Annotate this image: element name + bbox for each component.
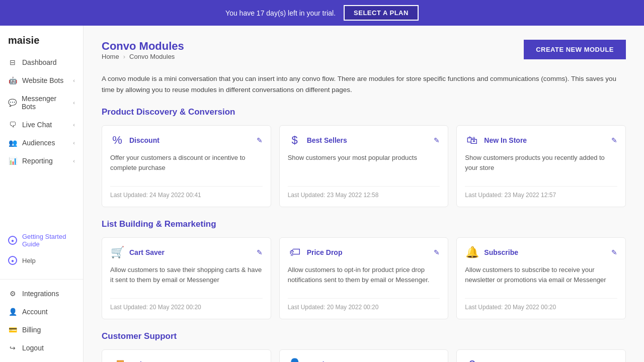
card-icon-cart-saver: 🛒: [110, 246, 124, 259]
breadcrumb-home[interactable]: Home: [102, 53, 119, 60]
card-desc-new-in-store: Show customers products you recently add…: [465, 153, 617, 178]
sidebar-label-live-chat: Live Chat: [22, 121, 52, 129]
card-header-order-status: 🚚 Order Status ✎: [110, 358, 263, 362]
sidebar-item-reporting[interactable]: 📊 Reporting ‹: [0, 152, 83, 170]
sidebar-bottom: ⚙ Integrations 👤 Account 💳 Billing ↪ Log…: [0, 279, 83, 362]
section-list-building: List Building & Remarketing 🛒 Cart Saver…: [102, 219, 626, 319]
section-title-customer-support: Customer Support: [102, 331, 626, 341]
card-header-faq: ? FAQ ✎: [465, 358, 617, 362]
sidebar-item-account[interactable]: 👤 Account: [0, 303, 83, 321]
card-header-price-drop: 🏷 Price Drop ✎: [288, 246, 440, 259]
card-icon-best-sellers: $: [288, 134, 302, 147]
card-updated-discount: Last Updated: 24 May 2022 00:41: [110, 186, 263, 199]
sidebar-item-audiences[interactable]: 👥 Audiences ‹: [0, 134, 83, 152]
card-desc-cart-saver: Allow customers to save their shopping c…: [110, 265, 263, 290]
card-icon-discount: %: [110, 134, 124, 147]
module-card-price-drop[interactable]: 🏷 Price Drop ✎ Allow customers to opt-in…: [279, 237, 449, 319]
module-card-subscribe[interactable]: 🔔 Subscribe ✎ Allow customers to subscri…: [456, 237, 626, 319]
card-icon-price-drop: 🏷: [288, 246, 302, 259]
trial-banner: You have 17 day(s) left in your trial. S…: [0, 0, 644, 26]
sidebar-label-audiences: Audiences: [22, 139, 55, 147]
create-new-module-button[interactable]: CREATE NEW MODULE: [524, 40, 626, 59]
card-header-handover-to-human: 👤 Handover to Human ✎: [288, 358, 440, 362]
card-title-area-new-in-store: 🛍 New In Store: [465, 134, 527, 147]
card-edit-icon-new-in-store[interactable]: ✎: [611, 136, 617, 144]
chevron-icon: ‹: [73, 100, 75, 106]
module-card-best-sellers[interactable]: $ Best Sellers ✎ Show customers your mos…: [279, 125, 449, 207]
module-card-new-in-store[interactable]: 🛍 New In Store ✎ Show customers products…: [456, 125, 626, 207]
card-title-area-price-drop: 🏷 Price Drop: [288, 246, 343, 259]
card-title-area-cart-saver: 🛒 Cart Saver: [110, 246, 165, 259]
sidebar-item-integrations[interactable]: ⚙ Integrations: [0, 285, 83, 303]
sidebar-label-dashboard: Dashboard: [22, 58, 57, 66]
sidebar-item-logout[interactable]: ↪ Logout: [0, 339, 83, 357]
sidebar-label-billing: Billing: [22, 326, 41, 334]
sidebar-item-billing[interactable]: 💳 Billing: [0, 321, 83, 339]
card-title-area-handover-to-human: 👤 Handover to Human: [288, 358, 374, 362]
sidebar-item-live-chat[interactable]: 🗨 Live Chat ‹: [0, 116, 83, 134]
breadcrumb: Home › Convo Modules: [102, 53, 184, 60]
sidebar-item-dashboard[interactable]: ⊟ Dashboard: [0, 53, 83, 71]
reporting-icon: 📊: [8, 157, 17, 165]
cards-grid-list-building: 🛒 Cart Saver ✎ Allow customers to save t…: [102, 237, 626, 319]
card-title-area-best-sellers: $ Best Sellers: [288, 134, 347, 147]
card-updated-cart-saver: Last Updated: 20 May 2022 00:20: [110, 298, 263, 311]
help-label: Help: [22, 257, 36, 264]
help-icon: ●: [8, 256, 17, 265]
card-title-discount: Discount: [129, 136, 159, 144]
card-icon-faq: ?: [465, 358, 479, 362]
sidebar-item-getting-started[interactable]: ● Getting Started Guide: [0, 229, 83, 252]
sidebar-item-website-bots[interactable]: 🤖 Website Bots ‹: [0, 71, 83, 89]
module-card-order-status[interactable]: 🚚 Order Status ✎ Enable customers to che…: [102, 349, 271, 362]
sidebar-label-messenger-bots: Messenger Bots: [22, 95, 68, 111]
breadcrumb-current: Convo Modules: [129, 53, 175, 60]
cards-grid-product-discovery: % Discount ✎ Offer your customers a disc…: [102, 125, 626, 207]
section-title-product-discovery: Product Discovery & Conversion: [102, 107, 626, 117]
main-content: Convo Modules Home › Convo Modules CREAT…: [84, 26, 644, 362]
sidebar-item-help[interactable]: ● Help: [0, 252, 83, 269]
card-updated-price-drop: Last Updated: 20 May 2022 00:20: [288, 298, 440, 311]
dashboard-icon: ⊟: [8, 58, 17, 66]
card-updated-subscribe: Last Updated: 20 May 2022 00:20: [465, 298, 617, 311]
module-card-discount[interactable]: % Discount ✎ Offer your customers a disc…: [102, 125, 271, 207]
sections-container: Product Discovery & Conversion % Discoun…: [102, 107, 626, 362]
card-updated-best-sellers: Last Updated: 23 May 2022 12:58: [288, 186, 440, 199]
breadcrumb-separator: ›: [123, 53, 125, 60]
card-desc-subscribe: Allow customers to subscribe to receive …: [465, 265, 617, 290]
card-edit-icon-best-sellers[interactable]: ✎: [434, 136, 440, 144]
sidebar-label-reporting: Reporting: [22, 157, 53, 165]
module-card-handover-to-human[interactable]: 👤 Handover to Human ✎ Allow customers to…: [279, 349, 449, 362]
card-desc-discount: Offer your customers a discount or incen…: [110, 153, 263, 178]
sidebar-item-messenger-bots[interactable]: 💬 Messenger Bots ‹: [0, 89, 83, 116]
sidebar-label-logout: Logout: [22, 344, 44, 352]
banner-message: You have 17 day(s) left in your trial.: [225, 9, 336, 17]
card-icon-handover-to-human: 👤: [288, 358, 302, 362]
card-header-new-in-store: 🛍 New In Store ✎: [465, 134, 617, 147]
card-header-cart-saver: 🛒 Cart Saver ✎: [110, 246, 263, 259]
select-plan-button[interactable]: SELECT A PLAN: [344, 5, 419, 21]
card-desc-best-sellers: Show customers your most popular product…: [288, 153, 440, 178]
card-title-new-in-store: New In Store: [484, 136, 527, 144]
page-description: A convo module is a mini conversation th…: [102, 73, 626, 95]
card-edit-icon-cart-saver[interactable]: ✎: [257, 248, 263, 256]
messenger-bots-icon: 💬: [8, 99, 17, 107]
billing-icon: 💳: [8, 326, 17, 334]
card-icon-order-status: 🚚: [110, 358, 124, 362]
logout-icon: ↪: [8, 344, 17, 352]
card-title-area-subscribe: 🔔 Subscribe: [465, 246, 518, 259]
card-header-discount: % Discount ✎: [110, 134, 263, 147]
sidebar-label-website-bots: Website Bots: [22, 76, 63, 84]
card-edit-icon-price-drop[interactable]: ✎: [434, 248, 440, 256]
page-header: Convo Modules Home › Convo Modules CREAT…: [102, 40, 626, 68]
module-card-faq[interactable]: ? FAQ ✎ Allow customers to find instant …: [456, 349, 626, 362]
card-edit-icon-subscribe[interactable]: ✎: [611, 248, 617, 256]
account-icon: 👤: [8, 308, 17, 316]
card-icon-new-in-store: 🛍: [465, 134, 479, 147]
card-icon-subscribe: 🔔: [465, 246, 479, 259]
section-title-list-building: List Building & Remarketing: [102, 219, 626, 229]
card-title-area-discount: % Discount: [110, 134, 159, 147]
chevron-icon: ‹: [73, 140, 75, 146]
getting-started-label: Getting Started Guide: [22, 233, 75, 248]
card-edit-icon-discount[interactable]: ✎: [257, 136, 263, 144]
module-card-cart-saver[interactable]: 🛒 Cart Saver ✎ Allow customers to save t…: [102, 237, 271, 319]
